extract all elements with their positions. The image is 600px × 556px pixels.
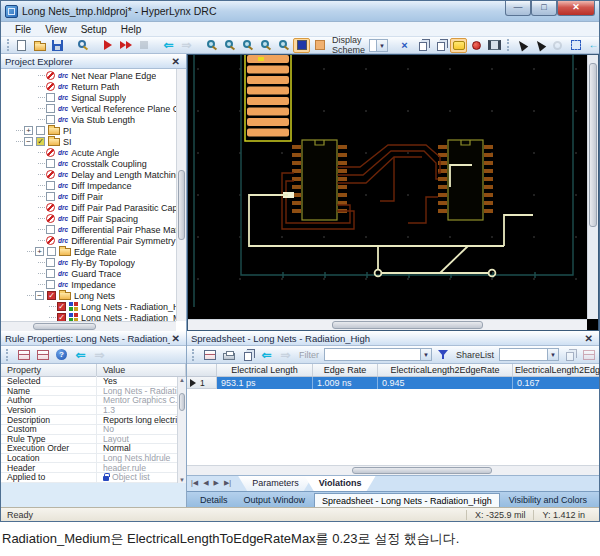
prev-violation-button[interactable]: ⇐ xyxy=(258,347,275,362)
next-violation-button[interactable]: ⇒ xyxy=(277,347,294,362)
zoom-out-button[interactable] xyxy=(221,38,238,53)
chevron-down-icon[interactable] xyxy=(547,349,558,360)
copy-rows-button[interactable] xyxy=(239,347,256,362)
sheet-tab-parameters[interactable]: Parameters xyxy=(238,476,313,491)
last-sheet-button[interactable]: ▶| xyxy=(222,476,233,487)
chevron-down-icon[interactable] xyxy=(420,349,431,360)
export-button[interactable] xyxy=(201,347,218,362)
maximize-button[interactable]: □ xyxy=(531,1,557,16)
tree-item[interactable]: drcImpedance xyxy=(1,279,176,290)
checkbox[interactable] xyxy=(47,291,56,300)
expander-minus-icon[interactable] xyxy=(24,137,33,146)
expander-plus-icon[interactable] xyxy=(35,247,44,256)
tree-item[interactable]: drcVertical Reference Plane Change xyxy=(1,103,176,114)
open-project-button[interactable] xyxy=(31,38,48,53)
checkbox[interactable] xyxy=(46,181,55,190)
next-rule-button[interactable]: ⇒ xyxy=(91,347,108,362)
undo-view-button[interactable]: ← xyxy=(585,38,600,53)
property-grid-vscrollbar[interactable]: ▲▼ xyxy=(177,377,186,483)
dock-tab[interactable]: Details xyxy=(193,493,235,507)
first-sheet-button[interactable]: |◀ xyxy=(189,476,200,487)
categorized-view-button[interactable] xyxy=(34,347,51,362)
tree-item[interactable]: Long Nets - Radiation_High xyxy=(1,301,176,312)
checkbox[interactable] xyxy=(36,126,45,135)
refresh-button[interactable] xyxy=(549,38,566,53)
checkbox[interactable] xyxy=(46,269,55,278)
properties-view-button[interactable] xyxy=(15,347,32,362)
menu-help[interactable]: Help xyxy=(115,23,148,36)
multi-select-button[interactable] xyxy=(531,38,548,53)
tree-item[interactable]: drcAcute Angle xyxy=(1,147,176,158)
film-button[interactable] xyxy=(486,38,503,53)
checkbox[interactable] xyxy=(57,313,66,321)
close-icon[interactable]: ✕ xyxy=(170,333,182,344)
canvas-vscrollbar[interactable] xyxy=(587,55,598,319)
color-scheme-dark-button[interactable] xyxy=(293,38,310,53)
project-tree-vscrollbar[interactable] xyxy=(176,69,186,321)
prev-sheet-button[interactable]: ◀ xyxy=(201,476,210,487)
comment-button[interactable] xyxy=(450,38,467,53)
close-icon[interactable]: ✕ xyxy=(583,333,595,344)
checkbox[interactable] xyxy=(46,93,55,102)
search-button[interactable] xyxy=(74,38,91,53)
menu-view[interactable]: View xyxy=(39,23,73,36)
tree-item[interactable]: PI xyxy=(1,125,176,136)
tree-item[interactable]: drcCrosstalk Coupling xyxy=(1,158,176,169)
run-all-button[interactable] xyxy=(117,38,134,53)
column-header[interactable]: ElectricalLength2EdgeRate xyxy=(378,364,513,376)
chevron-down-icon[interactable] xyxy=(376,40,387,51)
tree-item[interactable]: drcDelay and Length Matching xyxy=(1,169,176,180)
paste-button[interactable] xyxy=(432,38,449,53)
checkbox[interactable] xyxy=(36,137,45,146)
dock-tab[interactable]: Spreadsheet - Long Nets - Radiation_High xyxy=(314,493,500,507)
back-button[interactable]: ⇐ xyxy=(160,38,177,53)
forward-button[interactable]: ⇒ xyxy=(178,38,195,53)
tree-item[interactable]: drcNet Near Plane Edge xyxy=(1,70,176,81)
property-row[interactable]: Applied toObject list xyxy=(1,473,186,483)
tree-item[interactable]: SI xyxy=(1,136,176,147)
checkbox[interactable] xyxy=(57,302,66,311)
checkbox[interactable] xyxy=(46,280,55,289)
violation-row[interactable]: 1953.1 ps1.009 ns0.9450.167 xyxy=(187,377,599,389)
checkbox[interactable] xyxy=(47,247,56,256)
display-scheme-select[interactable] xyxy=(369,39,388,52)
expander-plus-icon[interactable] xyxy=(24,126,33,135)
checkbox[interactable] xyxy=(46,159,55,168)
canvas-hscrollbar[interactable] xyxy=(188,319,587,330)
close-button[interactable]: ✕ xyxy=(557,1,595,16)
dock-tab[interactable]: Output Window xyxy=(237,493,313,507)
checkbox[interactable] xyxy=(46,104,55,113)
expander-minus-icon[interactable] xyxy=(35,291,44,300)
menu-setup[interactable]: Setup xyxy=(75,23,113,36)
checkbox[interactable] xyxy=(46,115,55,124)
zoom-window-button[interactable] xyxy=(239,38,256,53)
ungroup-button[interactable] xyxy=(580,347,597,362)
tree-item[interactable]: drcDiff Pair xyxy=(1,191,176,202)
crossprobe-button[interactable]: × xyxy=(396,38,413,53)
menu-file[interactable]: File xyxy=(9,23,37,36)
selection-area-button[interactable] xyxy=(567,38,584,53)
dock-tab[interactable]: Visibility and Colors xyxy=(502,493,594,507)
layout-canvas[interactable] xyxy=(187,54,599,331)
zoom-selection-button[interactable] xyxy=(275,38,292,53)
apply-filter-button[interactable] xyxy=(434,347,451,362)
tree-item[interactable]: drcVia Stub Length xyxy=(1,114,176,125)
tree-item[interactable]: Edge Rate xyxy=(1,246,176,257)
prev-rule-button[interactable]: ⇐ xyxy=(72,347,89,362)
project-tree-hscrollbar[interactable] xyxy=(1,321,176,331)
tree-item[interactable]: drcSignal Supply xyxy=(1,92,176,103)
tree-item[interactable]: drcGuard Trace xyxy=(1,268,176,279)
column-header[interactable]: ElectricalLength2EdgeRateMax xyxy=(513,364,600,376)
sheet-tab-violations[interactable]: Violations xyxy=(305,476,376,491)
next-sheet-button[interactable]: ▶ xyxy=(212,476,221,487)
color-scheme-light-button[interactable] xyxy=(311,38,328,53)
record-button[interactable] xyxy=(468,38,485,53)
close-icon[interactable]: ✕ xyxy=(170,56,182,67)
tree-item[interactable]: drcDifferential Pair Symmetry xyxy=(1,235,176,246)
checkbox[interactable] xyxy=(46,225,55,234)
column-header[interactable]: Edge Rate xyxy=(313,364,378,376)
tree-item[interactable]: drcDiff Impedance xyxy=(1,180,176,191)
save-button[interactable] xyxy=(49,38,66,53)
copy-button[interactable] xyxy=(414,38,431,53)
tree-item[interactable]: Long Nets - Radiation_Medium xyxy=(1,312,176,321)
